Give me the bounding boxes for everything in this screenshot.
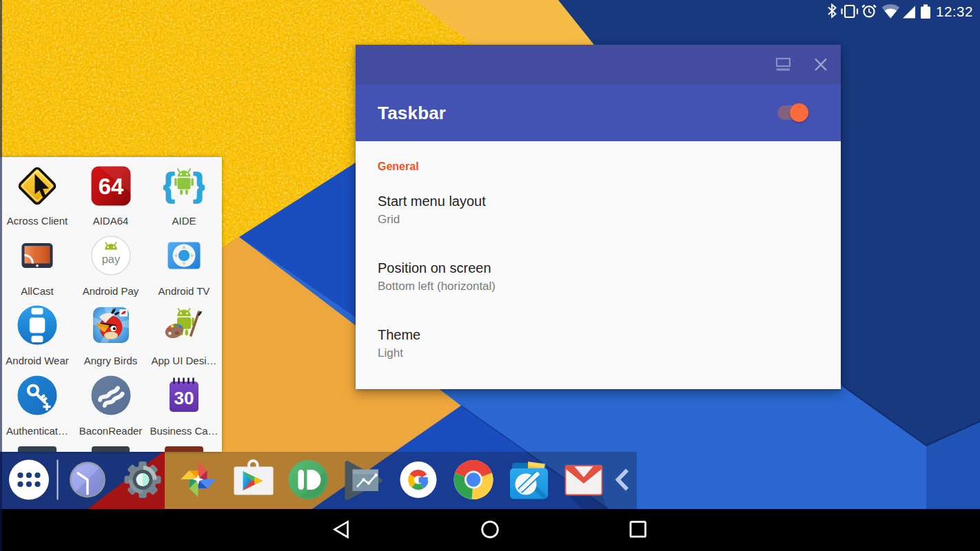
svg-text:30: 30 [174,388,194,408]
svg-text:pay: pay [101,253,120,265]
svg-text:{: { [163,167,175,203]
svg-text:}: } [193,167,205,203]
svg-text:64: 64 [98,174,123,199]
